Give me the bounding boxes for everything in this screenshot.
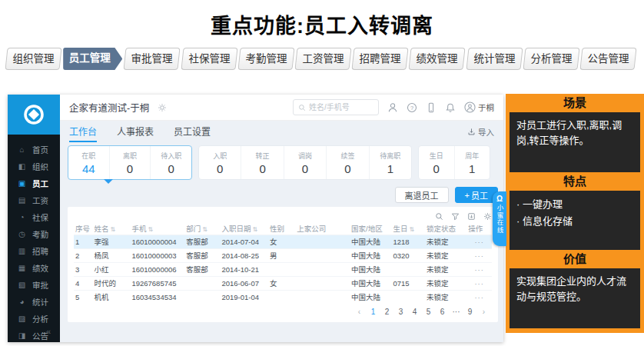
column-header[interactable]: 姓名⇅	[92, 222, 130, 235]
account-menu[interactable]: 于桐	[464, 101, 494, 113]
column-header[interactable]: 生日⇅	[391, 222, 425, 235]
sidebar-item-statistics[interactable]: ◕统计	[8, 293, 60, 310]
table-settings-gear-icon[interactable]	[483, 212, 492, 221]
sidebar-item-notice[interactable]: ◨公告	[8, 327, 60, 344]
table-cell	[184, 290, 220, 304]
table-cell: 中国大陆	[350, 276, 391, 290]
sidebar-item-org[interactable]: ◧组织	[8, 158, 60, 175]
mobile-icon[interactable]	[426, 102, 437, 113]
feature-tab[interactable]: 绩效管理	[409, 48, 466, 70]
import-button[interactable]: 导入	[467, 126, 494, 138]
user-icon[interactable]	[387, 102, 398, 113]
pagination-page-button[interactable]: 6	[437, 308, 447, 316]
stat-item[interactable]: 续签0	[326, 146, 368, 179]
table-cell: 客服部	[184, 262, 220, 276]
workspace-settings-gear-icon[interactable]	[158, 103, 167, 112]
pagination-page-button[interactable]: 3	[396, 308, 406, 316]
row-actions-button[interactable]: ···	[466, 276, 492, 290]
pagination-page-button[interactable]: 5	[423, 308, 433, 316]
sort-icon[interactable]: ⇅	[148, 226, 153, 233]
stat-value: 0	[344, 162, 350, 175]
stat-value: 0	[127, 162, 133, 175]
feature-tab[interactable]: 统计管理	[466, 48, 523, 70]
feature-tab-bar: 组织管理员工管理审批管理社保管理考勤管理工资管理招聘管理绩效管理统计管理分析管理…	[6, 48, 638, 70]
help-icon[interactable]: ?	[407, 102, 417, 113]
stat-label: 转正	[256, 151, 270, 161]
table-filter-icon[interactable]	[451, 212, 460, 221]
sidebar-item-insurance[interactable]: ◔社保	[8, 208, 60, 225]
column-header: 性别	[268, 222, 295, 235]
assistant-widget[interactable]: Ω 小蜜在线	[493, 191, 506, 246]
stat-item[interactable]: 转正0	[241, 146, 283, 179]
stat-item[interactable]: 周年1	[454, 146, 490, 179]
svg-text:?: ?	[410, 104, 413, 111]
feature-tab[interactable]: 工资管理	[294, 48, 351, 70]
stat-item[interactable]: 在职44	[68, 146, 109, 179]
window-tab[interactable]: 员工设置	[174, 121, 211, 142]
search-input[interactable]	[309, 103, 373, 111]
feature-tab[interactable]: 招聘管理	[352, 48, 409, 70]
row-actions-button[interactable]: ···	[466, 235, 492, 248]
attendance-icon: ◷	[18, 230, 26, 238]
pagination-next-button[interactable]: ›	[479, 308, 489, 316]
sort-icon[interactable]: ⇅	[202, 226, 207, 233]
sidebar-item-recruit[interactable]: ▥招聘	[8, 242, 60, 259]
table-search-icon[interactable]	[435, 212, 443, 221]
sidebar-item-home[interactable]: ⌂首页	[8, 141, 60, 158]
stat-item[interactable]: 待离职1	[369, 146, 411, 179]
pagination-page-button[interactable]: 1	[368, 308, 378, 316]
stat-value: 1	[469, 162, 475, 175]
column-header[interactable]: 手机⇅	[130, 222, 184, 235]
sidebar-collapse-button[interactable]: «	[46, 327, 51, 336]
feature-tab[interactable]: 公告管理	[579, 48, 636, 70]
app-logo[interactable]	[8, 95, 60, 135]
sidebar-item-attendance[interactable]: ◷考勤	[8, 225, 60, 242]
row-actions-button[interactable]: ···	[466, 262, 492, 276]
feature-tab[interactable]: 考勤管理	[237, 48, 294, 70]
feature-tab[interactable]: 分析管理	[523, 48, 579, 70]
row-actions-button[interactable]: ···	[466, 248, 492, 262]
stat-item[interactable]: 调岗0	[284, 146, 326, 179]
add-employee-button[interactable]: +员工	[455, 187, 498, 203]
pagination-prev-button[interactable]: ‹	[354, 308, 364, 316]
panel-section-title: 场景	[506, 94, 644, 112]
feature-tab[interactable]: 审批管理	[124, 48, 181, 70]
pagination-page-button[interactable]: 2	[382, 308, 392, 316]
table-export-icon[interactable]	[467, 212, 476, 221]
sidebar-item-approval[interactable]: ▧审批	[8, 276, 60, 293]
feature-tab-label: 审批管理	[125, 48, 178, 69]
sort-icon[interactable]: ⇅	[110, 226, 115, 233]
table-cell: 2014-10-21	[220, 262, 268, 276]
table-row[interactable]: 3小红16010000006客服部2014-10-21中国大陆未锁定···	[74, 262, 492, 276]
sidebar-item-salary[interactable]: ▤工资	[8, 191, 60, 208]
feature-tab[interactable]: 组织管理	[5, 48, 61, 70]
row-actions-button[interactable]: ···	[466, 290, 492, 304]
feature-tab[interactable]: 员工管理	[63, 48, 122, 70]
column-header[interactable]: 部门⇅	[184, 222, 220, 235]
feature-tab-label: 社保管理	[183, 48, 236, 69]
table-row[interactable]: 5机机160345345342019-01-04中国大陆未锁定···	[74, 290, 492, 304]
table-row[interactable]: 1李强16010000004客服部2014-07-04女中国大陆1218未锁定·…	[74, 235, 492, 248]
stat-item[interactable]: 生日0	[419, 146, 454, 179]
stat-item[interactable]: 待入职0	[150, 146, 191, 179]
column-header-label: 入职日期	[221, 225, 251, 233]
sidebar-item-analysis[interactable]: ▨分析	[8, 310, 60, 327]
notifications-bell-icon[interactable]	[445, 102, 456, 113]
feature-tab[interactable]: 社保管理	[181, 48, 237, 70]
departed-employees-button[interactable]: 离退员工	[395, 187, 449, 203]
sidebar-item-performance[interactable]: ▦绩效	[8, 259, 60, 276]
window-tab[interactable]: 人事报表	[117, 121, 154, 142]
window-tab[interactable]: 工作台	[69, 121, 97, 142]
sort-icon[interactable]: ⇅	[252, 226, 257, 233]
sidebar-item-employee[interactable]: ▣员工	[8, 175, 60, 191]
pagination-page-button[interactable]: 9	[465, 308, 475, 316]
column-header[interactable]: 入职日期⇅	[220, 222, 268, 235]
table-row[interactable]: 4时代的192676857452016-06-07女中国大陆0715未锁定···	[74, 276, 492, 290]
table-row[interactable]: 2杨凤16010000003客服部2014-08-25男中国大陆0320未锁定·…	[74, 248, 492, 262]
stat-item[interactable]: 离职0	[109, 146, 151, 179]
stat-item[interactable]: 入职0	[199, 146, 241, 179]
table-cell	[268, 290, 295, 304]
sort-icon[interactable]: ⇅	[409, 226, 414, 233]
sidebar-menu: ⌂首页◧组织▣员工▤工资◔社保◷考勤▥招聘▦绩效▧审批◕统计▨分析◨公告	[8, 141, 60, 344]
pagination-page-button[interactable]: 4	[410, 308, 420, 316]
